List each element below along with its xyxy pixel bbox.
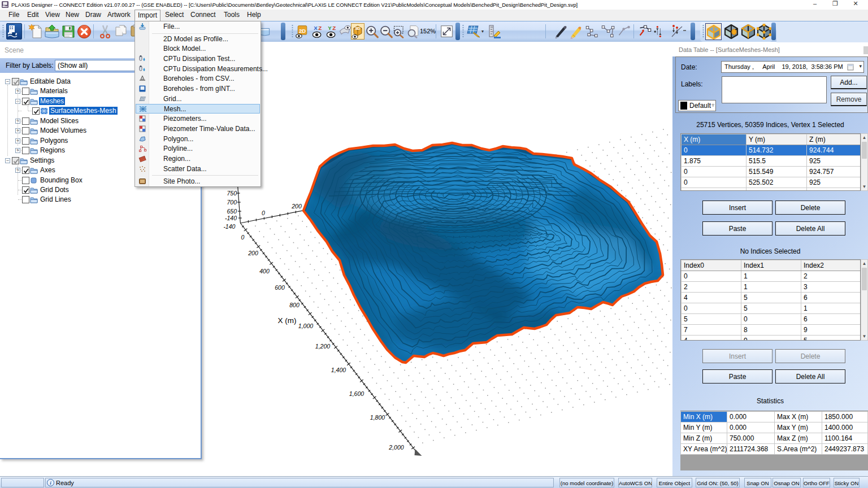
svg-text:0: 0: [262, 210, 265, 216]
svg-text:200: 200: [248, 250, 258, 256]
svg-text:3D: 3D: [355, 26, 361, 31]
svg-text:1,000: 1,000: [298, 323, 313, 329]
svg-text:Y: Y: [328, 25, 332, 31]
svg-text:200: 200: [291, 203, 302, 210]
svg-text:2D: 2D: [299, 28, 306, 34]
svg-text:Z: Z: [318, 25, 322, 31]
svg-text:1,400: 1,400: [331, 367, 346, 373]
svg-text:1,600: 1,600: [349, 390, 364, 397]
svg-text:-140: -140: [225, 215, 237, 221]
svg-text:1,200: 1,200: [315, 343, 330, 350]
svg-text:700: 700: [227, 199, 237, 206]
svg-text:-140: -140: [223, 223, 235, 230]
svg-text:600: 600: [275, 284, 285, 291]
svg-text:650: 650: [227, 208, 237, 215]
svg-text:750: 750: [227, 190, 237, 197]
svg-text:0: 0: [241, 234, 245, 241]
svg-text:1,800: 1,800: [370, 414, 385, 421]
svg-text:X (m): X (m): [278, 316, 297, 325]
svg-text:800: 800: [289, 302, 300, 308]
svg-text:X: X: [314, 25, 318, 31]
svg-text:Z: Z: [332, 25, 336, 31]
svg-text:2,000: 2,000: [388, 444, 403, 451]
svg-text:400: 400: [259, 268, 270, 274]
